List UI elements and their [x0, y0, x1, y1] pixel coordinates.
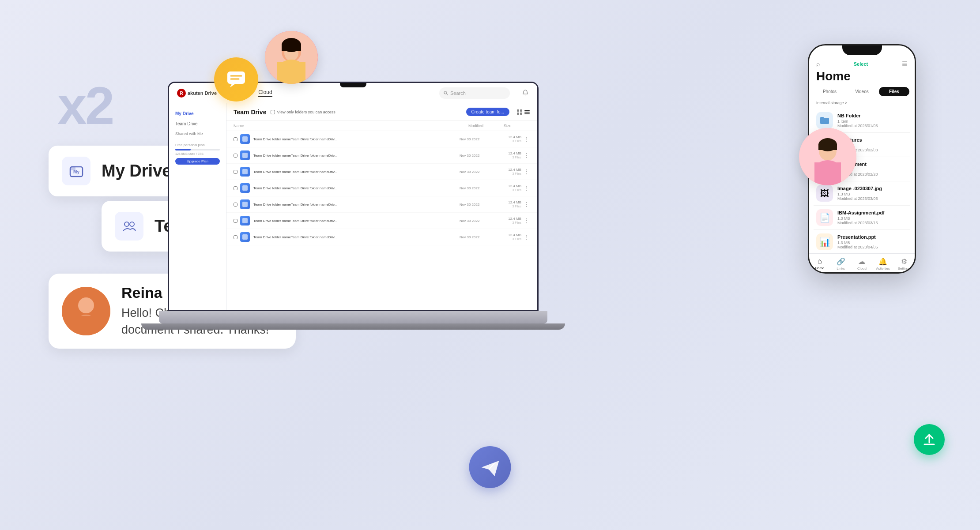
phone-select-btn[interactable]: Select	[854, 61, 868, 67]
table-row[interactable]: Team Drive folder nameTeam Drive folder …	[226, 180, 537, 196]
row-checkbox[interactable]	[234, 170, 237, 174]
sidebar-storage: Free personal plan 125.5MB used / 3TB Up…	[175, 143, 220, 165]
table-row[interactable]: Team Drive folder nameTeam Drive folder …	[226, 196, 537, 213]
sidebar-team-drive[interactable]: Team Drive	[169, 119, 226, 129]
row-checkbox[interactable]	[234, 186, 237, 190]
more-options-icon[interactable]: ⋮	[523, 152, 530, 158]
phone-nav-links[interactable]: 🔗 Links	[830, 257, 852, 271]
phone-tab-photos[interactable]: Photos	[814, 87, 845, 96]
more-options-icon[interactable]: ⋮	[523, 185, 530, 191]
table-row[interactable]: Team Drive folder nameTeam Drive folder …	[226, 229, 537, 245]
activities-nav-icon: 🔔	[878, 257, 887, 266]
svg-marker-10	[230, 84, 235, 87]
phone-nav-settings[interactable]: ⚙ Settings	[893, 257, 915, 271]
phone-file-info: NB Folder 1 itemModified at 2023/01/05	[837, 113, 908, 128]
file-size: 12.4 MB3 Files	[495, 217, 521, 225]
svg-point-29	[444, 91, 447, 94]
phone-file-item[interactable]: 📄 IBM-Assignment.pdf 1.3 MBModified at 2…	[814, 206, 910, 230]
sidebar-my-drive[interactable]: My Drive	[169, 109, 226, 119]
app-sidebar: My Drive Team Drive Shared with Me Free …	[169, 103, 226, 310]
upgrade-btn[interactable]: Upgrade Plan	[175, 158, 220, 165]
file-icon	[240, 150, 250, 160]
grid-view-toggle[interactable]	[516, 109, 530, 115]
paper-plane-button[interactable]	[469, 446, 511, 488]
phone-nav-activities[interactable]: 🔔 Activities	[872, 257, 893, 271]
phone-header: ⌕ Select ☰	[809, 58, 915, 68]
svg-rect-26	[818, 144, 837, 150]
svg-point-6	[78, 297, 94, 313]
file-date: Nov 30 2022	[460, 154, 495, 158]
file-date: Nov 30 2022	[460, 186, 495, 190]
sidebar-shared: Shared with Me	[169, 129, 226, 139]
main-title: Team Drive	[234, 109, 266, 116]
phone-tab-files[interactable]: Files	[879, 87, 909, 96]
file-name: Team Drive folder nameTeam Drive folder …	[253, 170, 460, 174]
file-size: 12.4 MB3 Files	[495, 168, 521, 176]
file-icon	[240, 216, 250, 226]
row-checkbox[interactable]	[234, 154, 237, 158]
view-toggle: View only folders you can access	[271, 110, 335, 114]
file-icon-inner	[242, 202, 248, 207]
file-name: Team Drive folder nameTeam Drive folder …	[253, 137, 460, 141]
notification-icon[interactable]	[522, 90, 529, 97]
file-date: Nov 30 2022	[460, 219, 495, 223]
more-options-icon[interactable]: ⋮	[523, 201, 530, 207]
more-options-icon[interactable]: ⋮	[523, 136, 530, 142]
row-checkbox[interactable]	[234, 203, 237, 207]
home-nav-label: Home	[815, 266, 824, 270]
more-options-icon[interactable]: ⋮	[523, 234, 530, 240]
cloud-nav-label: Cloud	[857, 267, 867, 271]
settings-nav-label: Settings	[898, 267, 911, 271]
row-checkbox[interactable]	[234, 219, 237, 223]
phone-breadcrumb[interactable]: Internal storage >	[809, 99, 915, 107]
table-row[interactable]: Team Drive folder nameTeam Drive folder …	[226, 131, 537, 147]
app-logo: R akuten Drive	[177, 89, 217, 98]
svg-rect-9	[227, 71, 245, 84]
table-row[interactable]: Team Drive folder nameTeam Drive folder …	[226, 213, 537, 229]
upload-fab[interactable]	[914, 424, 945, 455]
home-nav-icon: ⌂	[818, 257, 822, 265]
phone-tab-videos[interactable]: Videos	[847, 87, 877, 96]
file-icon	[240, 232, 250, 242]
more-options-icon[interactable]: ⋮	[523, 218, 530, 224]
create-team-button[interactable]: Create team fo...	[466, 108, 509, 116]
phone-search-icon[interactable]: ⌕	[816, 60, 820, 68]
svg-rect-33	[520, 109, 522, 112]
table-row[interactable]: Team Drive folder nameTeam Drive folder …	[226, 147, 537, 164]
phone-list-icon[interactable]: ☰	[902, 60, 908, 68]
phone-file-item[interactable]: 📊 Presentation.ppt 1.3 MBModified at 202…	[814, 230, 910, 253]
table-row[interactable]: Team Drive folder nameTeam Drive folder …	[226, 164, 537, 180]
view-only-checkbox[interactable]	[271, 110, 275, 114]
col-modified-header: Modified	[468, 124, 504, 128]
app-search[interactable]: Search	[439, 87, 510, 99]
x2-label: x2	[57, 75, 113, 136]
phone-nav-cloud[interactable]: ☁ Cloud	[852, 257, 873, 271]
svg-line-30	[447, 94, 448, 95]
storage-bar	[175, 149, 220, 150]
phone-file-name: NB Folder	[837, 113, 908, 118]
svg-point-3	[124, 222, 129, 226]
chat-bubble-float	[214, 57, 258, 101]
phone-nav-home[interactable]: ⌂ Home	[809, 257, 830, 271]
phone-file-info: IBM-Assignment.pdf 1.3 MBModified at 202…	[837, 210, 908, 225]
phone-file-meta: 1.3 MBModified at 2023/03/05	[837, 192, 908, 201]
app-main-header: Team Drive View only folders you can acc…	[226, 103, 537, 121]
app-content: R akuten Drive Transfer Cloud Search	[169, 83, 537, 310]
row-checkbox[interactable]	[234, 137, 237, 141]
team-icon	[121, 218, 137, 234]
svg-rect-38	[524, 113, 530, 114]
table-header: Name Modified Size	[226, 121, 537, 131]
laptop-foot	[141, 323, 565, 330]
svg-text:R: R	[180, 91, 183, 96]
file-date: Nov 30 2022	[460, 170, 495, 174]
row-checkbox[interactable]	[234, 235, 237, 239]
avatar-top-center	[265, 31, 318, 84]
file-date: Nov 30 2022	[460, 137, 495, 141]
file-size: 12.4 MB3 Files	[495, 184, 521, 192]
view-only-label: View only folders you can access	[277, 110, 335, 114]
more-options-icon[interactable]: ⋮	[523, 169, 530, 175]
activities-nav-label: Activities	[876, 267, 890, 271]
file-date: Nov 30 2022	[460, 203, 495, 207]
file-icon-inner	[242, 218, 248, 223]
nav-cloud[interactable]: Cloud	[258, 89, 272, 97]
